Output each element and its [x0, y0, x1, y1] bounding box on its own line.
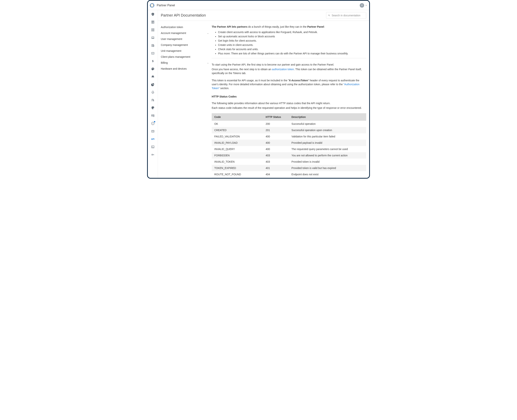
table-header: Description — [289, 113, 366, 121]
table-cell: 403 — [263, 152, 289, 158]
table-row: FAILED_VALIDATION400Validation for this … — [212, 133, 366, 140]
table-cell: Validation for this particular item fail… — [289, 133, 366, 140]
table-cell: 400 — [263, 146, 289, 152]
table-cell: 201 — [263, 127, 289, 133]
doc-nav-label: Billing — [161, 61, 168, 64]
para-start-2: Once you have access, the next step is t… — [212, 68, 366, 75]
doc-nav-label: Authorization token — [161, 26, 183, 29]
doc-nav-label: Account management — [161, 31, 186, 35]
intro-bullet: Get login links for client accounts. — [218, 39, 366, 43]
svg-point-8 — [151, 154, 153, 155]
para-token-header: This token is essential for API usage, a… — [212, 79, 366, 90]
news-icon[interactable] — [151, 44, 155, 47]
table-header: HTTP Status — [263, 113, 289, 121]
doc-nav-label: Hardware and devices — [161, 67, 187, 70]
table-row: INVALID_QUERY400The requested query para… — [212, 146, 366, 152]
table-cell: Provided token is valid but has expired — [289, 165, 366, 171]
table-cell: SERVICE_UNAVAILABLE — [212, 178, 263, 178]
building-icon[interactable] — [151, 98, 155, 102]
table-cell: TOKEN_EXPIRED — [212, 165, 263, 171]
chevron-down-icon: ⌄ — [207, 62, 209, 64]
status-desc-1: The following table provides information… — [212, 101, 366, 105]
intro-bullet: Plus more: There are lots of other thing… — [218, 52, 366, 55]
user-avatar[interactable]: V — [360, 3, 364, 8]
auth-token-link[interactable]: authorization token — [272, 68, 294, 71]
money-box-icon[interactable]: $ — [151, 51, 155, 55]
doc-nav-item[interactable]: Account management⌄ — [159, 30, 211, 36]
table-cell: OK — [212, 121, 263, 127]
main-header: Partner API Documentation — [158, 10, 369, 21]
card-qmark-icon[interactable]: ?! — [151, 129, 155, 133]
search-icon — [328, 14, 330, 17]
table-cell: 200 — [263, 121, 289, 127]
intro-bullet: Create units in client accounts. — [218, 43, 366, 47]
intro-bullets: Create client accounts with access to ap… — [212, 30, 366, 55]
table-cell: 404 — [263, 171, 289, 178]
doc-nav-item[interactable]: Billing⌄ — [159, 60, 211, 66]
table-cell: Successful operation upon creation — [289, 127, 366, 133]
app-logo-icon — [149, 3, 155, 8]
table-row: OK200Successful operation — [212, 121, 366, 127]
svg-text:$: $ — [152, 60, 154, 63]
pie-chart-icon[interactable] — [151, 82, 155, 87]
intro-bullet: Set up automatic account locks or block … — [218, 35, 366, 38]
doc-nav-item[interactable]: Client plans management — [159, 54, 211, 60]
table-cell: 403 — [263, 158, 289, 165]
para-start-1: To start using the Partner API, the firs… — [212, 63, 366, 67]
dollar-icon[interactable]: $ — [151, 59, 155, 63]
doc-nav-item[interactable]: Hardware and devices — [159, 66, 211, 72]
table-cell: Could not use external service — [289, 178, 366, 178]
key-icon[interactable] — [151, 153, 155, 157]
palette-icon[interactable] — [151, 67, 155, 71]
grid-apps-icon[interactable] — [151, 28, 155, 32]
chevron-down-icon[interactable]: ▾ — [365, 4, 367, 6]
page-title: Partner API Documentation — [161, 13, 206, 17]
table-cell: 401 — [263, 165, 289, 171]
brand-title: Partner Panel — [157, 4, 175, 7]
doc-nav-label: Client plans management — [161, 55, 190, 58]
table-cell: CREATED — [212, 127, 263, 133]
table-cell: Provided token is invalid — [289, 158, 366, 165]
article-body: The Partner API lets partners do a bunch… — [212, 21, 369, 178]
table-cell: 503 — [263, 178, 289, 178]
intro-bullet: Check stats for accounts and units. — [218, 47, 366, 51]
table-row: TOKEN_EXPIRED401Provided token is valid … — [212, 165, 366, 171]
doc-nav-item[interactable]: User management — [159, 36, 211, 42]
car-icon[interactable] — [151, 75, 155, 79]
terminal-icon[interactable] — [151, 145, 155, 149]
dashboard-layout-icon[interactable] — [151, 20, 155, 24]
chevron-down-icon: ⌄ — [207, 32, 209, 34]
doc-nav-item[interactable]: Company management — [159, 42, 211, 48]
divider — [212, 58, 366, 58]
topbar: Partner Panel V ▾ — [148, 1, 369, 10]
table-cell: 400 — [263, 133, 289, 140]
table-cell: FAILED_VALIDATION — [212, 133, 263, 140]
svg-point-5 — [153, 108, 154, 109]
laptop-icon[interactable] — [151, 36, 155, 40]
table-row: SERVICE_UNAVAILABLE503Could not use exte… — [212, 178, 366, 178]
bell-icon[interactable] — [151, 90, 155, 94]
table-header: Code — [212, 113, 263, 121]
intro-text: The Partner API lets partners do a bunch… — [212, 25, 366, 29]
shield-settings-icon[interactable] — [151, 106, 155, 110]
search-box[interactable] — [326, 12, 366, 19]
table-row: INVALID_PAYLOAD400Provided payload is in… — [212, 140, 366, 146]
table-cell: Provided payload is invalid — [289, 140, 366, 146]
info-badge-icon[interactable] — [151, 121, 155, 126]
table-row: ROUTE_NOT_FOUND404Endpoint does not exis… — [212, 171, 366, 178]
table-cell: INVALID_PAYLOAD — [212, 140, 263, 146]
search-input[interactable] — [332, 14, 364, 17]
doc-nav-item[interactable]: Authorization token — [159, 24, 211, 30]
icon-sidebar: $$?!API — [148, 10, 158, 178]
api-text-icon[interactable]: API — [151, 137, 155, 141]
table-row: CREATED201Successful operation upon crea… — [212, 127, 366, 133]
doc-nav-item[interactable]: Unit management — [159, 48, 211, 54]
table-cell: The requested query parameters cannot be… — [289, 146, 366, 152]
svg-text:?!: ?! — [152, 130, 154, 132]
shield-icon[interactable] — [151, 12, 155, 16]
table-cell: You are not allowed to perform the curre… — [289, 152, 366, 158]
table-cell: Successful operation — [289, 121, 366, 127]
mail-edit-icon[interactable] — [151, 114, 155, 118]
svg-text:$: $ — [152, 52, 153, 54]
table-row: FORBIDDEN403You are not allowed to perfo… — [212, 152, 366, 158]
